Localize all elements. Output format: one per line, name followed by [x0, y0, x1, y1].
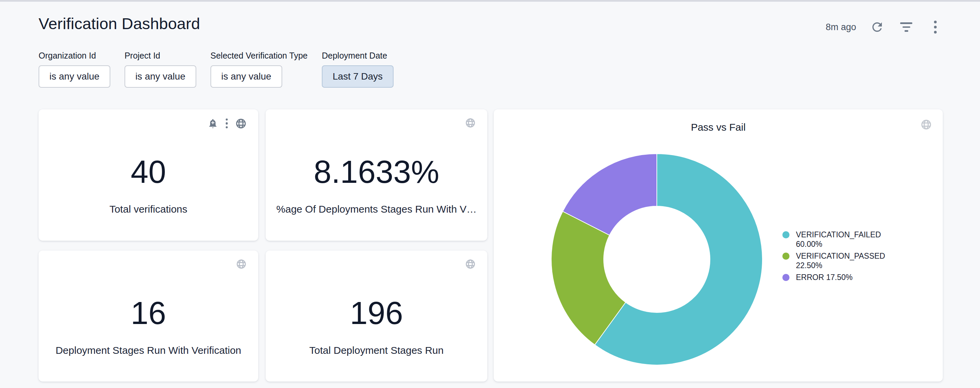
legend-item-error[interactable]: ERROR 17.50% — [783, 273, 895, 282]
explore-from-here-button[interactable] — [465, 259, 476, 270]
more-vert-icon — [226, 118, 228, 129]
last-refreshed-text: 8m ago — [826, 22, 856, 32]
refresh-icon — [870, 20, 884, 34]
chart-legend: VERIFICATION_FAILED 60.00%VERIFICATION_P… — [783, 230, 895, 282]
globe-icon — [235, 118, 247, 129]
bell-plus-icon — [207, 118, 218, 129]
globe-icon — [920, 119, 932, 130]
legend-swatch — [783, 252, 789, 260]
tile-label: Total Deployment Stages Run — [309, 345, 444, 356]
filter-project-id: Project Id is any value — [124, 51, 196, 88]
explore-from-here-button[interactable] — [920, 119, 932, 130]
filter-label: Deployment Date — [322, 51, 393, 61]
filter-icon — [900, 21, 912, 33]
explore-from-here-button[interactable] — [235, 118, 247, 129]
legend-label: VERIFICATION_FAILED 60.00% — [796, 230, 895, 249]
more-vert-icon — [934, 20, 937, 35]
chart-title: Pass vs Fail — [494, 121, 943, 133]
legend-label: VERIFICATION_PASSED 22.50% — [796, 251, 895, 270]
globe-icon — [465, 259, 476, 270]
globe-icon — [236, 259, 247, 270]
globe-icon — [465, 118, 476, 128]
filter-label: Organization Id — [38, 51, 110, 61]
legend-item-verification_passed[interactable]: VERIFICATION_PASSED 22.50% — [783, 251, 895, 270]
filter-bar: Organization Id is any value Project Id … — [38, 51, 393, 88]
filter-deployment-date: Deployment Date Last 7 Days — [322, 51, 393, 88]
filter-label: Selected Verification Type — [210, 51, 308, 61]
tile-label: %age Of Deployments Stages Run With V… — [277, 203, 477, 215]
tile-label: Total verifications — [109, 203, 187, 215]
tile-more-button[interactable] — [226, 118, 228, 129]
tile-value: 8.1633% — [314, 156, 439, 188]
filter-organization-id: Organization Id is any value — [38, 51, 110, 88]
filter-label: Project Id — [124, 51, 196, 61]
dashboard-header-actions: 8m ago — [826, 19, 944, 35]
tile-pass-vs-fail-chart: Pass vs Fail VERIFICATION_FAILED 60.00%V… — [494, 109, 943, 382]
legend-item-verification_failed[interactable]: VERIFICATION_FAILED 60.00% — [783, 230, 895, 249]
add-alert-button[interactable] — [207, 118, 218, 129]
tile-percent-stages-with-verification: 8.1633% %age Of Deployments Stages Run W… — [266, 109, 487, 241]
explore-from-here-button[interactable] — [236, 259, 247, 270]
tile-stages-run-with-verification: 16 Deployment Stages Run With Verificati… — [38, 251, 258, 382]
dashboard-filters-button[interactable] — [897, 19, 915, 35]
refresh-button[interactable] — [868, 19, 886, 35]
tile-value: 196 — [350, 297, 403, 329]
tile-total-stages-run: 196 Total Deployment Stages Run — [266, 251, 487, 382]
filter-value-button[interactable]: Last 7 Days — [322, 65, 393, 88]
tile-label: Deployment Stages Run With Verification — [56, 345, 241, 356]
legend-swatch — [783, 274, 789, 281]
explore-from-here-button[interactable] — [465, 118, 476, 128]
dashboard-more-button[interactable] — [926, 19, 944, 35]
tile-total-verifications: 40 Total verifications — [38, 109, 258, 241]
donut-chart[interactable] — [550, 153, 764, 366]
legend-swatch — [783, 231, 789, 238]
top-border-strip — [0, 0, 980, 2]
donut-chart-area — [550, 153, 764, 366]
legend-label: ERROR 17.50% — [796, 273, 853, 282]
filter-selected-verification-type: Selected Verification Type is any value — [210, 51, 308, 88]
filter-value-button[interactable]: is any value — [124, 65, 196, 88]
filter-value-button[interactable]: is any value — [38, 65, 110, 88]
tile-value: 40 — [130, 156, 166, 188]
page-title: Verification Dashboard — [38, 14, 200, 33]
tile-value: 16 — [130, 297, 166, 329]
filter-value-button[interactable]: is any value — [210, 65, 282, 88]
